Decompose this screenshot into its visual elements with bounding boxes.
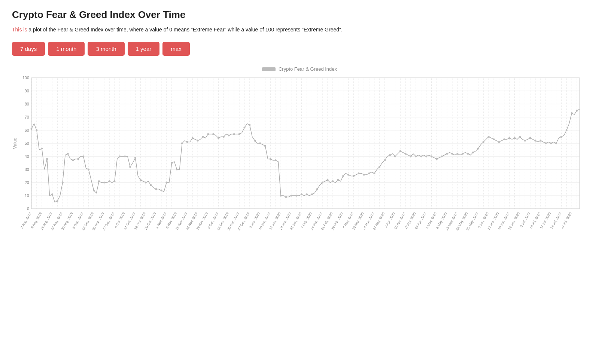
svg-point-164: [202, 136, 204, 138]
svg-point-134: [46, 158, 48, 160]
svg-point-209: [436, 158, 438, 160]
svg-point-138: [67, 153, 69, 155]
svg-point-141: [82, 156, 84, 157]
svg-point-172: [243, 127, 245, 129]
subtitle: This is a plot of the Fear & Greed Index…: [12, 26, 587, 34]
svg-point-145: [103, 182, 105, 184]
svg-point-232: [555, 143, 557, 144]
fear-greed-chart: 0102030405060708090100Value2 Aug, 20199 …: [12, 74, 587, 269]
svg-point-221: [498, 141, 500, 143]
svg-point-191: [342, 175, 344, 177]
svg-point-184: [306, 193, 308, 195]
chart-legend: Crypto Fear & Greed Index: [12, 66, 587, 72]
svg-point-153: [145, 182, 147, 184]
btn-1month[interactable]: 1 month: [48, 42, 85, 56]
svg-point-152: [140, 179, 142, 181]
svg-point-147: [114, 180, 116, 182]
svg-point-177: [270, 158, 271, 160]
svg-point-233: [560, 136, 562, 138]
svg-point-149: [124, 156, 126, 157]
svg-point-182: [295, 195, 297, 197]
svg-point-201: [394, 156, 396, 157]
svg-point-150: [129, 166, 131, 168]
svg-point-185: [311, 193, 313, 195]
svg-point-229: [539, 140, 541, 142]
subtitle-text: a plot of the Fear & Greed Index over ti…: [28, 27, 343, 33]
svg-point-176: [264, 145, 266, 147]
svg-point-236: [576, 110, 578, 111]
time-filter-group: 7 days 1 month 3 month 1 year max: [12, 42, 587, 56]
svg-point-144: [98, 180, 100, 182]
svg-point-173: [249, 124, 250, 126]
svg-text:20: 20: [25, 180, 29, 185]
svg-point-215: [467, 153, 469, 155]
svg-point-234: [566, 129, 568, 131]
svg-point-180: [285, 196, 287, 198]
svg-point-203: [405, 153, 407, 155]
svg-point-210: [441, 156, 443, 157]
svg-point-194: [358, 172, 360, 174]
svg-rect-0: [12, 74, 587, 269]
svg-text:10: 10: [25, 193, 29, 198]
svg-point-159: [176, 169, 178, 171]
subtitle-colored: This is: [12, 27, 27, 33]
svg-point-154: [150, 184, 152, 186]
btn-3month[interactable]: 3 month: [88, 42, 124, 56]
svg-point-156: [160, 190, 162, 192]
svg-point-218: [483, 141, 484, 143]
svg-point-195: [363, 174, 365, 176]
page-title: Crypto Fear & Greed Index Over Time: [12, 9, 587, 21]
svg-point-227: [529, 137, 531, 139]
svg-text:Value: Value: [12, 138, 18, 149]
svg-point-143: [93, 190, 95, 192]
svg-point-139: [72, 159, 74, 161]
svg-point-174: [254, 140, 256, 142]
svg-point-158: [171, 162, 173, 164]
svg-point-171: [238, 133, 240, 135]
svg-text:30: 30: [25, 167, 29, 172]
svg-point-228: [535, 140, 536, 142]
svg-point-222: [503, 138, 505, 140]
svg-point-175: [259, 143, 261, 144]
svg-point-186: [316, 188, 318, 190]
svg-point-217: [477, 148, 479, 150]
svg-point-199: [384, 159, 386, 161]
svg-text:60: 60: [25, 128, 29, 132]
svg-point-193: [353, 175, 355, 177]
svg-point-212: [451, 153, 453, 155]
svg-point-163: [197, 140, 199, 142]
svg-point-181: [290, 195, 292, 197]
svg-point-167: [218, 137, 219, 139]
svg-point-235: [571, 112, 573, 114]
svg-point-230: [545, 143, 547, 144]
svg-point-170: [233, 133, 235, 135]
svg-point-151: [134, 157, 136, 159]
legend-color-swatch: [262, 67, 276, 71]
svg-point-168: [223, 136, 225, 138]
svg-point-135: [51, 193, 53, 195]
svg-point-132: [36, 129, 37, 131]
svg-point-208: [431, 156, 432, 157]
svg-point-220: [493, 138, 495, 140]
svg-point-188: [326, 179, 328, 181]
svg-point-131: [31, 128, 33, 130]
svg-point-169: [228, 135, 230, 137]
svg-point-211: [446, 153, 448, 155]
svg-point-216: [472, 152, 474, 153]
svg-point-225: [519, 136, 521, 138]
svg-point-192: [347, 174, 349, 176]
svg-point-137: [62, 182, 64, 184]
svg-point-206: [420, 156, 422, 157]
btn-1year[interactable]: 1 year: [128, 42, 160, 56]
svg-text:90: 90: [25, 89, 29, 93]
svg-point-183: [301, 193, 302, 195]
btn-max[interactable]: max: [162, 42, 189, 56]
svg-point-166: [212, 133, 214, 135]
svg-point-140: [77, 158, 79, 160]
btn-7days[interactable]: 7 days: [12, 42, 45, 56]
svg-text:70: 70: [25, 115, 29, 119]
svg-text:100: 100: [22, 76, 29, 80]
svg-point-133: [41, 148, 43, 150]
svg-point-189: [332, 180, 334, 182]
svg-text:50: 50: [25, 141, 29, 146]
